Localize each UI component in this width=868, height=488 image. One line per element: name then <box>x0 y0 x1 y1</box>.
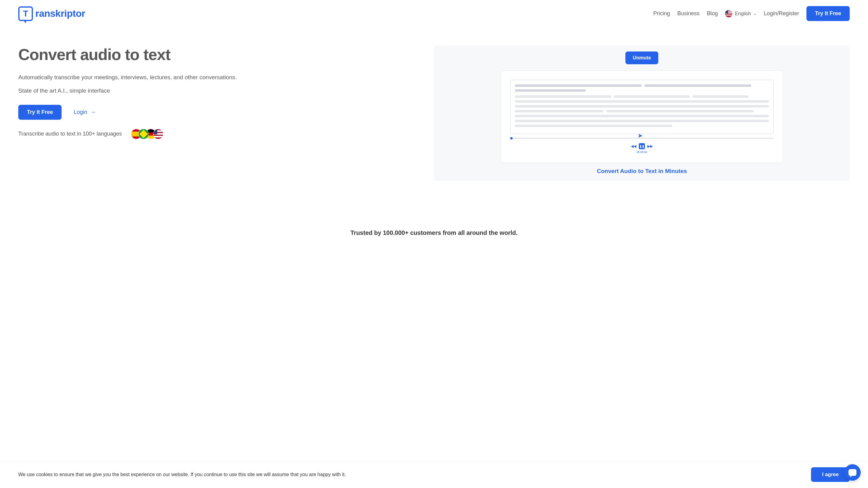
login-link-label: Login <box>74 109 87 116</box>
nav-login-register[interactable]: Login/Register <box>764 10 799 17</box>
language-label: English <box>735 11 751 17</box>
arrow-right-icon: → <box>90 109 96 116</box>
flag-br-icon <box>138 129 149 139</box>
nav-try-free-button[interactable]: Try It Free <box>806 6 850 21</box>
flag-us-icon <box>725 10 733 18</box>
flag-cluster <box>131 129 163 139</box>
preview-card: ◀◀ ❚❚ ▶▶ 00.00.02 <box>501 70 783 163</box>
language-selector[interactable]: English ⌄ <box>725 10 756 18</box>
hero-preview: Unmute ◀◀ ❚❚ ▶▶ 00.00.02 ➤ Convert A <box>434 45 850 181</box>
chevron-down-icon: ⌄ <box>753 11 756 16</box>
preview-window <box>510 80 774 134</box>
logo[interactable]: T ranskriptor <box>18 6 85 21</box>
language-count-text: Transcribe audio to text in 100+ languag… <box>18 131 122 137</box>
language-row: Transcribe audio to text in 100+ languag… <box>18 129 422 139</box>
logo-text: ranskriptor <box>35 8 85 19</box>
unmute-button[interactable]: Unmute <box>625 52 658 64</box>
header: T ranskriptor Pricing Business Blog Engl… <box>0 0 868 27</box>
player-time: 00.00.02 <box>510 151 774 154</box>
player-controls: ◀◀ ❚❚ ▶▶ <box>510 143 774 149</box>
trusted-heading: Trusted by 100.000+ customers from all a… <box>0 229 868 236</box>
preview-caption: Convert Audio to Text in Minutes <box>440 168 844 174</box>
hero-section: Convert audio to text Automatically tran… <box>0 27 868 199</box>
cursor-icon: ➤ <box>638 132 643 139</box>
hero-login-link[interactable]: Login → <box>74 109 96 116</box>
forward-icon[interactable]: ▶▶ <box>647 144 653 148</box>
hero-desc-2: State of the art A.I., simple interface <box>18 86 422 95</box>
main-nav: Pricing Business Blog English ⌄ Login/Re… <box>653 6 850 21</box>
logo-icon: T <box>18 6 33 21</box>
hero-left: Convert audio to text Automatically tran… <box>18 45 422 139</box>
nav-blog[interactable]: Blog <box>707 10 718 17</box>
nav-pricing[interactable]: Pricing <box>653 10 670 17</box>
pause-icon[interactable]: ❚❚ <box>639 143 645 149</box>
hero-desc-1: Automatically transcribe your meetings, … <box>18 73 422 82</box>
rewind-icon[interactable]: ◀◀ <box>631 144 637 148</box>
hero-actions: Try It Free Login → <box>18 105 422 120</box>
nav-business[interactable]: Business <box>677 10 700 17</box>
hero-try-free-button[interactable]: Try It Free <box>18 105 62 120</box>
flag-us-icon <box>153 129 163 139</box>
hero-title: Convert audio to text <box>18 45 422 64</box>
